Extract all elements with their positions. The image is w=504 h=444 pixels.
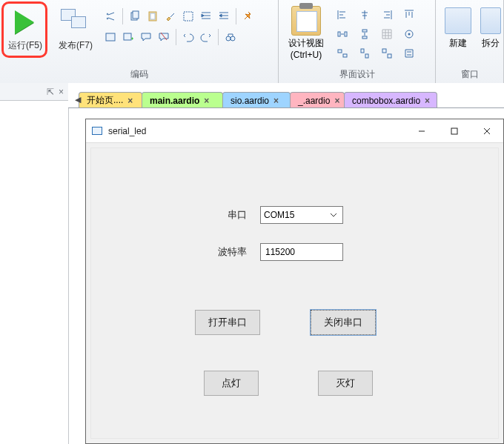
ribbon-group-encode: 运行(F5) 发布(F7) bbox=[0, 0, 279, 83]
snap-icon bbox=[403, 28, 415, 40]
svg-point-8 bbox=[231, 36, 235, 41]
undo-icon bbox=[182, 31, 194, 43]
undo-button[interactable] bbox=[180, 29, 196, 45]
baud-row: 波特率 bbox=[202, 243, 343, 261]
dist-v-button[interactable] bbox=[354, 25, 375, 43]
dist-h-button[interactable] bbox=[332, 25, 353, 43]
indent-button[interactable] bbox=[198, 8, 214, 24]
cut-button[interactable] bbox=[102, 8, 119, 24]
close-icon bbox=[483, 127, 491, 136]
split-icon bbox=[480, 7, 501, 34]
redo-icon bbox=[200, 31, 212, 43]
svg-rect-5 bbox=[106, 33, 115, 41]
uncomment-icon bbox=[158, 31, 170, 43]
tab-sio-aardio[interactable]: sio.aardio× bbox=[222, 92, 291, 108]
uncomment-button[interactable] bbox=[156, 29, 172, 45]
run-button[interactable]: 运行(F5) bbox=[3, 4, 47, 62]
clipboard-icon bbox=[291, 6, 321, 36]
same-size-button[interactable] bbox=[377, 44, 397, 62]
port-row: 串口 COM15 bbox=[202, 206, 343, 224]
tab-order-button[interactable] bbox=[399, 44, 420, 62]
tab-close-icon[interactable]: × bbox=[127, 96, 133, 106]
svg-rect-12 bbox=[362, 36, 367, 39]
sidebar-close-icon[interactable]: × bbox=[59, 87, 64, 97]
tab-order-icon bbox=[403, 47, 415, 59]
box-button[interactable] bbox=[102, 29, 119, 45]
led-off-button[interactable]: 灭灯 bbox=[318, 371, 373, 396]
minimize-button[interactable] bbox=[405, 119, 438, 143]
chevron-down-icon bbox=[328, 210, 339, 220]
port-combobox[interactable]: COM15 bbox=[260, 206, 343, 224]
encode-toolbar bbox=[102, 6, 273, 47]
tab-underscore-aardio[interactable]: _.aardio× bbox=[290, 92, 345, 108]
publish-button[interactable]: 发布(F7) bbox=[53, 4, 98, 62]
tab-startpage[interactable]: ◀开始页....× bbox=[79, 92, 142, 108]
align-center-button[interactable] bbox=[354, 6, 375, 24]
svg-rect-15 bbox=[338, 50, 342, 53]
same-height-button[interactable] bbox=[354, 44, 375, 62]
window-titlebar[interactable]: serial_led bbox=[86, 119, 503, 143]
baud-input[interactable] bbox=[260, 243, 343, 261]
encode-group-label: 编码 bbox=[0, 68, 278, 81]
close-button[interactable] bbox=[471, 119, 503, 143]
maximize-button[interactable] bbox=[438, 119, 471, 143]
redo-button[interactable] bbox=[198, 29, 214, 45]
paste-button[interactable] bbox=[145, 8, 161, 24]
serial-led-window: serial_led 串口 COM15 bbox=[86, 119, 503, 443]
window-title: serial_led bbox=[108, 126, 146, 136]
svg-rect-6 bbox=[124, 33, 131, 40]
svg-rect-3 bbox=[150, 13, 155, 19]
scissors-icon bbox=[105, 10, 116, 22]
play-icon bbox=[15, 10, 34, 34]
snap-button[interactable] bbox=[399, 25, 420, 43]
svg-rect-11 bbox=[362, 30, 367, 32]
align-right-button[interactable] bbox=[377, 6, 397, 24]
close-port-button[interactable]: 关闭串口 bbox=[311, 310, 376, 335]
new-window-button[interactable]: 新建 bbox=[439, 4, 477, 62]
ribbon: 运行(F5) 发布(F7) bbox=[0, 0, 504, 83]
select-icon-button[interactable] bbox=[180, 8, 196, 24]
same-height-icon bbox=[359, 47, 371, 59]
app-icon bbox=[92, 127, 102, 135]
tab-combobox-aardio[interactable]: combobox.aardio× bbox=[344, 92, 437, 108]
tab-label: 开始页.... bbox=[87, 94, 123, 107]
align-left-icon bbox=[336, 9, 348, 21]
outdent-button[interactable] bbox=[216, 8, 232, 24]
tab-main-aardio[interactable]: main.aardio× bbox=[142, 92, 223, 108]
design-view-label2: (Ctrl+U) bbox=[283, 50, 329, 60]
align-top-button[interactable] bbox=[399, 6, 420, 24]
tab-close-icon[interactable]: × bbox=[425, 96, 430, 106]
port-label: 串口 bbox=[202, 208, 247, 222]
dist-h-icon bbox=[336, 28, 348, 40]
grid-button[interactable] bbox=[377, 25, 397, 43]
led-on-button[interactable]: 点灯 bbox=[204, 371, 259, 396]
same-width-button[interactable] bbox=[332, 44, 353, 62]
find-button[interactable] bbox=[222, 29, 239, 45]
grid-icon bbox=[381, 28, 393, 40]
design-view-button[interactable]: 设计视图 (Ctrl+U) bbox=[283, 4, 329, 62]
split-window-button[interactable]: 拆分 bbox=[476, 4, 504, 62]
tab-close-icon[interactable]: × bbox=[204, 96, 209, 106]
align-center-icon bbox=[359, 9, 371, 21]
indent-icon bbox=[200, 10, 212, 22]
workspace: serial_led 串口 COM15 bbox=[68, 108, 504, 444]
copy-button[interactable] bbox=[127, 8, 143, 24]
align-left-button[interactable] bbox=[332, 6, 353, 24]
pin-button[interactable] bbox=[240, 8, 256, 24]
design-view-label1: 设计视图 bbox=[283, 37, 329, 50]
tab-label: combobox.aardio bbox=[352, 96, 420, 106]
window-client-area: 串口 COM15 波特率 打开串口 关闭串口 点灯 灭灯 bbox=[90, 148, 499, 439]
sidebar-header: ⇱ × bbox=[0, 83, 68, 101]
add-box-button[interactable] bbox=[120, 29, 136, 45]
dist-v-icon bbox=[359, 28, 371, 40]
sidebar-pin-icon[interactable]: ⇱ bbox=[47, 87, 54, 97]
format-brush-button[interactable] bbox=[162, 8, 179, 24]
comment-button[interactable] bbox=[138, 29, 154, 45]
tab-close-icon[interactable]: × bbox=[273, 96, 279, 106]
tab-close-icon[interactable]: × bbox=[334, 96, 339, 106]
port-value: COM15 bbox=[264, 210, 294, 220]
tab-prev-icon[interactable]: ◀ bbox=[75, 95, 81, 105]
maximize-icon bbox=[450, 127, 459, 136]
design-toolbar bbox=[332, 6, 430, 62]
open-port-button[interactable]: 打开串口 bbox=[195, 310, 260, 335]
